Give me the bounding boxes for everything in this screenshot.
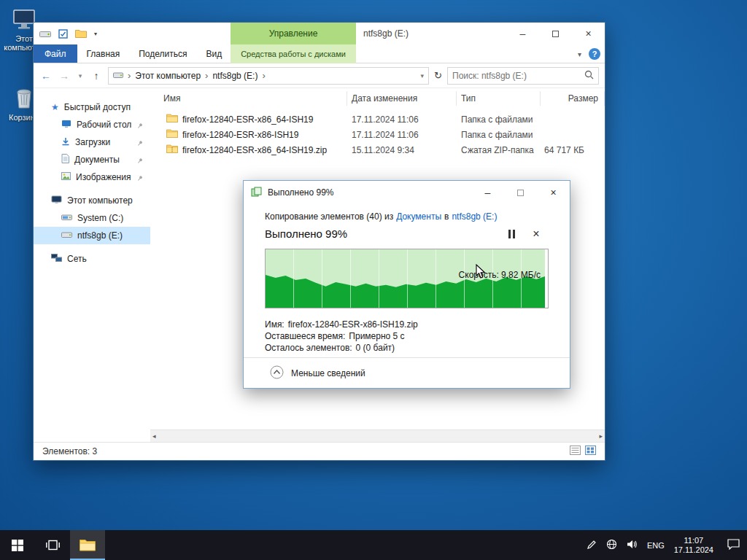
close-button[interactable]: × <box>572 23 605 44</box>
progress-heading: Выполнено 99% <box>265 228 499 240</box>
file-explorer-taskbar-button[interactable] <box>70 530 105 560</box>
breadcrumb-chevron-icon: › <box>205 70 208 81</box>
sidebar-item-this-pc[interactable]: Этот компьютер <box>34 192 150 209</box>
clock-date: 17.11.2024 <box>674 545 713 555</box>
clock-time: 11:07 <box>674 536 713 545</box>
quick-access-star-icon: ★ <box>51 102 59 112</box>
details-view-toggle-icon[interactable] <box>570 446 581 457</box>
sidebar-item-label: Рабочий стол <box>77 120 131 130</box>
dialog-minimize-button[interactable]: – <box>471 181 504 204</box>
column-header-name[interactable]: Имя <box>150 91 347 106</box>
search-input[interactable] <box>452 71 584 81</box>
breadcrumb-this-pc[interactable]: Этот компьютер <box>135 71 201 81</box>
drive-icon <box>61 230 72 241</box>
new-folder-button-icon[interactable] <box>75 29 87 38</box>
scroll-right-arrow-icon[interactable]: ▸ <box>599 432 603 440</box>
source-folder-link[interactable]: Документы <box>396 211 441 222</box>
cancel-copy-button[interactable]: × <box>524 229 549 239</box>
computer-icon <box>51 195 62 206</box>
detail-value: Примерно 5 с <box>349 330 404 342</box>
file-row[interactable]: firefox-12840-ESR-x86-ISH19 17.11.2024 1… <box>150 127 605 142</box>
sidebar-item-pictures[interactable]: Изображения <box>34 168 150 186</box>
navigation-pane: ★ Быстрый доступ Рабочий стол <box>34 88 150 442</box>
documents-icon <box>61 154 69 166</box>
file-type: Сжатая ZIP-папка <box>457 145 541 155</box>
address-bar: ← → ▾ ↑ › Этот компьютер › ntfs8gb (E:) … <box>34 63 605 88</box>
sidebar-item-network[interactable]: Сеть <box>34 250 150 268</box>
large-icons-view-toggle-icon[interactable] <box>585 446 596 457</box>
detail-value: firefox-12840-ESR-x86-ISH19.zip <box>288 319 418 330</box>
system-menu-drive-icon[interactable] <box>39 30 51 38</box>
pin-icon <box>133 173 145 184</box>
sidebar-item-label: System (C:) <box>77 213 123 223</box>
maximize-button[interactable] <box>539 23 572 44</box>
sidebar-item-documents[interactable]: Документы <box>34 151 150 168</box>
file-row[interactable]: firefox-12840-ESR-x86_64-ISH19.zip 15.11… <box>150 142 605 158</box>
window-controls: – × <box>506 23 605 44</box>
task-view-button[interactable] <box>35 530 70 560</box>
sidebar-item-label: Быстрый доступ <box>64 102 131 112</box>
search-icon[interactable] <box>584 70 594 82</box>
breadcrumb-drive[interactable]: ntfs8gb (E:) <box>212 71 258 81</box>
dialog-close-button[interactable]: × <box>537 181 570 204</box>
horizontal-scrollbar[interactable]: ◂ ▸ <box>150 429 605 442</box>
pen-icon[interactable] <box>587 540 597 551</box>
address-dropdown-chevron-icon[interactable]: ▾ <box>421 72 425 79</box>
status-bar: Элементов: 3 <box>34 442 605 460</box>
destination-folder-link[interactable]: ntfs8gb (E:) <box>452 211 497 222</box>
pin-icon <box>133 138 145 149</box>
downloads-icon <box>61 137 70 148</box>
quick-access-toolbar: ▾ <box>39 29 97 39</box>
folder-icon <box>166 114 178 125</box>
dialog-maximize-button[interactable] <box>504 181 537 204</box>
forward-button[interactable]: → <box>58 70 71 82</box>
sidebar-item-label: Этот компьютер <box>67 195 133 206</box>
speed-label: Скорость: 9,82 МБ/с <box>459 270 541 280</box>
volume-icon[interactable] <box>627 540 638 551</box>
pictures-icon <box>61 172 71 182</box>
column-header-size[interactable]: Размер <box>541 91 605 106</box>
sidebar-item-desktop[interactable]: Рабочий стол <box>34 116 150 133</box>
dialog-title: Выполнено 99% <box>268 187 334 198</box>
fewer-details-toggle[interactable]: Меньше сведений <box>244 357 570 388</box>
ribbon-tabs: Файл Главная Поделиться Вид Средства раб… <box>34 44 605 63</box>
pause-button[interactable] <box>499 230 524 238</box>
search-box <box>447 67 599 85</box>
drive-icon <box>61 213 72 223</box>
copy-description: Копирование элементов (40) из Документы … <box>265 211 549 222</box>
file-name: firefox-12840-ESR-x86-ISH19 <box>182 130 298 140</box>
column-header-type[interactable]: Тип <box>457 91 541 106</box>
network-icon[interactable] <box>606 539 617 551</box>
sidebar-item-system-c[interactable]: System (C:) <box>34 209 150 227</box>
sidebar-item-label: Сеть <box>67 254 87 264</box>
sidebar-item-downloads[interactable]: Загрузки <box>34 133 150 151</box>
pin-icon <box>133 120 145 132</box>
tab-share[interactable]: Поделиться <box>129 44 196 63</box>
explorer-titlebar: ▾ Управление ntfs8gb (E:) – × <box>34 23 605 44</box>
expand-ribbon-chevron-icon[interactable]: ▾ <box>578 50 581 58</box>
action-center-icon[interactable] <box>727 539 740 551</box>
sidebar-item-label: Документы <box>74 155 120 165</box>
breadcrumb[interactable]: › Этот компьютер › ntfs8gb (E:) › ▾ <box>108 67 429 85</box>
refresh-button[interactable]: ↻ <box>434 70 442 81</box>
tab-view[interactable]: Вид <box>196 44 231 63</box>
sidebar-item-ntfs8gb[interactable]: ntfs8gb (E:) <box>34 227 150 244</box>
minimize-button[interactable]: – <box>506 23 539 44</box>
column-headers: Имя Дата изменения Тип Размер <box>150 88 605 109</box>
recent-locations-chevron-icon[interactable]: ▾ <box>76 72 85 79</box>
tab-file[interactable]: Файл <box>34 44 77 63</box>
help-icon[interactable]: ? <box>589 48 600 60</box>
properties-button-icon[interactable] <box>58 29 68 39</box>
language-indicator[interactable]: ENG <box>647 541 665 550</box>
up-button[interactable]: ↑ <box>90 70 103 82</box>
customize-qat-chevron-icon[interactable]: ▾ <box>94 31 97 37</box>
tab-drive-tools[interactable]: Средства работы с дисками <box>231 44 356 63</box>
column-header-date[interactable]: Дата изменения <box>347 91 457 106</box>
scroll-left-arrow-icon[interactable]: ◂ <box>152 432 156 440</box>
start-button[interactable] <box>0 530 35 560</box>
sidebar-item-quick-access[interactable]: ★ Быстрый доступ <box>34 98 150 116</box>
file-row[interactable]: firefox-12840-ESR-x86_64-ISH19 17.11.202… <box>150 112 605 127</box>
back-button[interactable]: ← <box>39 70 53 82</box>
taskbar-clock[interactable]: 11:07 17.11.2024 <box>674 536 713 555</box>
tab-home[interactable]: Главная <box>77 44 130 63</box>
